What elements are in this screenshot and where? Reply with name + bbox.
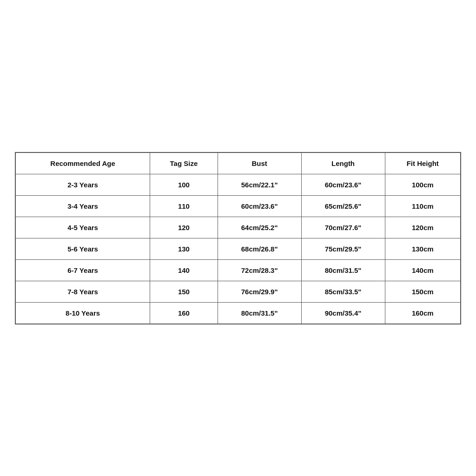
cell-row3-col1: 130 xyxy=(150,238,218,259)
table-row: 5-6 Years13068cm/26.8"75cm/29.5"130cm xyxy=(16,238,461,259)
cell-row6-col4: 160cm xyxy=(385,302,461,324)
header-col-2: Bust xyxy=(218,152,301,174)
cell-row1-col1: 110 xyxy=(150,195,218,217)
cell-row1-col4: 110cm xyxy=(385,195,461,217)
cell-row6-col2: 80cm/31.5" xyxy=(218,302,301,324)
cell-row3-col2: 68cm/26.8" xyxy=(218,238,301,259)
cell-row0-col4: 100cm xyxy=(385,174,461,195)
cell-row2-col0: 4-5 Years xyxy=(16,217,150,238)
cell-row0-col3: 60cm/23.6" xyxy=(301,174,385,195)
cell-row6-col1: 160 xyxy=(150,302,218,324)
header-col-1: Tag Size xyxy=(150,152,218,174)
cell-row5-col1: 150 xyxy=(150,281,218,302)
table-header-row: Recommended AgeTag SizeBustLengthFit Hei… xyxy=(16,152,461,174)
cell-row4-col2: 72cm/28.3" xyxy=(218,259,301,281)
header-col-4: Fit Height xyxy=(385,152,461,174)
table-row: 4-5 Years12064cm/25.2"70cm/27.6"120cm xyxy=(16,217,461,238)
header-col-3: Length xyxy=(301,152,385,174)
size-chart-container: Recommended AgeTag SizeBustLengthFit Hei… xyxy=(15,152,461,324)
cell-row4-col4: 140cm xyxy=(385,259,461,281)
table-row: 7-8 Years15076cm/29.9"85cm/33.5"150cm xyxy=(16,281,461,302)
table-body: 2-3 Years10056cm/22.1"60cm/23.6"100cm3-4… xyxy=(16,174,461,324)
cell-row6-col3: 90cm/35.4" xyxy=(301,302,385,324)
cell-row2-col4: 120cm xyxy=(385,217,461,238)
size-chart-table: Recommended AgeTag SizeBustLengthFit Hei… xyxy=(15,152,461,324)
cell-row4-col1: 140 xyxy=(150,259,218,281)
cell-row0-col0: 2-3 Years xyxy=(16,174,150,195)
cell-row3-col0: 5-6 Years xyxy=(16,238,150,259)
cell-row5-col4: 150cm xyxy=(385,281,461,302)
cell-row3-col3: 75cm/29.5" xyxy=(301,238,385,259)
cell-row5-col0: 7-8 Years xyxy=(16,281,150,302)
table-row: 3-4 Years11060cm/23.6"65cm/25.6"110cm xyxy=(16,195,461,217)
cell-row2-col2: 64cm/25.2" xyxy=(218,217,301,238)
cell-row5-col3: 85cm/33.5" xyxy=(301,281,385,302)
header-col-0: Recommended Age xyxy=(16,152,150,174)
cell-row1-col0: 3-4 Years xyxy=(16,195,150,217)
cell-row5-col2: 76cm/29.9" xyxy=(218,281,301,302)
cell-row1-col3: 65cm/25.6" xyxy=(301,195,385,217)
cell-row2-col3: 70cm/27.6" xyxy=(301,217,385,238)
cell-row1-col2: 60cm/23.6" xyxy=(218,195,301,217)
cell-row6-col0: 8-10 Years xyxy=(16,302,150,324)
cell-row0-col1: 100 xyxy=(150,174,218,195)
table-row: 6-7 Years14072cm/28.3"80cm/31.5"140cm xyxy=(16,259,461,281)
table-row: 2-3 Years10056cm/22.1"60cm/23.6"100cm xyxy=(16,174,461,195)
cell-row3-col4: 130cm xyxy=(385,238,461,259)
cell-row0-col2: 56cm/22.1" xyxy=(218,174,301,195)
cell-row2-col1: 120 xyxy=(150,217,218,238)
table-row: 8-10 Years16080cm/31.5"90cm/35.4"160cm xyxy=(16,302,461,324)
cell-row4-col0: 6-7 Years xyxy=(16,259,150,281)
cell-row4-col3: 80cm/31.5" xyxy=(301,259,385,281)
